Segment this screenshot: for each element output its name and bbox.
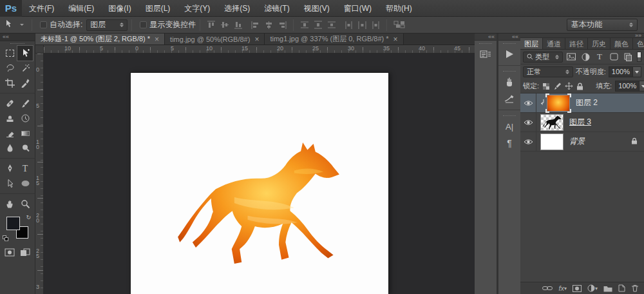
layer-row-layer2[interactable]: 图层 2: [520, 93, 644, 113]
swap-colors-icon[interactable]: ↻: [26, 214, 31, 220]
lock-transparent-pixels-icon[interactable]: [542, 81, 550, 91]
fill-field[interactable]: 100%: [615, 81, 644, 92]
actions-panel-icon[interactable]: [500, 46, 519, 63]
history-brush-tool[interactable]: [17, 111, 33, 126]
canvas[interactable]: [131, 73, 388, 294]
lock-image-pixels-icon[interactable]: [553, 81, 562, 91]
opacity-dropdown-icon[interactable]: [633, 66, 641, 77]
horizontal-ruler[interactable]: 10 5 0 5 10 15 20 25 30 35 40 45: [44, 45, 475, 54]
menu-help[interactable]: 帮助(H): [379, 0, 419, 17]
link-layers-button[interactable]: [542, 286, 553, 291]
align-top-edges-button[interactable]: [205, 20, 216, 30]
menu-image[interactable]: 图像(I): [101, 0, 138, 17]
new-group-button[interactable]: [603, 285, 612, 292]
visibility-toggle[interactable]: [520, 93, 536, 113]
filter-smart-objects-icon[interactable]: [622, 52, 634, 62]
delete-layer-button[interactable]: [631, 284, 639, 292]
tab-history[interactable]: 历史: [588, 38, 611, 49]
layer-name[interactable]: 背景: [569, 136, 585, 147]
align-vertical-centers-button[interactable]: [219, 20, 230, 30]
fill-dropdown-icon[interactable]: [639, 81, 644, 92]
menu-file[interactable]: 文件(F): [22, 0, 61, 17]
layer-row-layer3[interactable]: 图层 3: [520, 113, 644, 132]
tab-layers[interactable]: 图层: [520, 38, 543, 49]
filter-adjustment-layers-icon[interactable]: [580, 52, 591, 62]
brush-tool[interactable]: [17, 96, 33, 111]
crop-tool[interactable]: [2, 75, 17, 90]
rectangular-marquee-tool[interactable]: [2, 46, 17, 61]
menu-view[interactable]: 视图(V): [297, 0, 337, 17]
toolbar-collapse-strip[interactable]: ««: [0, 34, 35, 41]
new-adjustment-layer-button[interactable]: ▾: [587, 284, 598, 292]
ruler-origin-corner[interactable]: [35, 45, 44, 54]
layer-row-background[interactable]: 背景: [520, 132, 644, 152]
layer-thumbnail-horse[interactable]: [540, 114, 564, 131]
panel-expand-strip[interactable]: »»: [520, 34, 644, 38]
auto-select-checkbox[interactable]: [40, 21, 47, 28]
brush-presets-panel-icon[interactable]: [500, 90, 519, 107]
paragraph-panel-icon[interactable]: ¶: [500, 135, 519, 152]
type-tool[interactable]: T: [17, 161, 33, 176]
tab-paths[interactable]: 路径: [565, 38, 588, 49]
align-bottom-edges-button[interactable]: [232, 20, 243, 30]
auto-select-target-dropdown[interactable]: 图层: [86, 19, 128, 31]
align-right-edges-button[interactable]: [277, 20, 288, 30]
document-tab-untitled1[interactable]: 未标题-1 @ 50% (图层 2, RGB/8) * ×: [35, 34, 165, 44]
brush-panel-icon[interactable]: [500, 74, 519, 90]
default-colors-icon[interactable]: [3, 235, 9, 241]
layer-name[interactable]: 图层 3: [569, 117, 591, 128]
tab-channels[interactable]: 通道: [543, 38, 565, 49]
align-left-edges-button[interactable]: [250, 20, 261, 30]
visibility-toggle[interactable]: [520, 113, 536, 132]
workspace-switcher-button[interactable]: 基本功能: [567, 19, 638, 31]
current-tool-button[interactable]: [0, 19, 28, 30]
close-tab-icon[interactable]: ×: [254, 36, 259, 43]
add-layer-mask-button[interactable]: [573, 285, 582, 292]
filter-on-off-toggle[interactable]: [637, 52, 641, 62]
visibility-toggle[interactable]: [520, 132, 536, 152]
move-tool[interactable]: [17, 46, 33, 61]
zoom-tool[interactable]: [17, 197, 33, 211]
toolbar-grip[interactable]: [0, 41, 35, 46]
auto-align-layers-button[interactable]: [392, 20, 406, 30]
lock-all-icon[interactable]: [576, 81, 583, 91]
shape-tool[interactable]: [17, 176, 33, 191]
menu-filter[interactable]: 滤镜(T): [257, 0, 296, 17]
eyedropper-tool[interactable]: [17, 75, 33, 90]
layer-thumbnail-background[interactable]: [540, 133, 564, 150]
tab-color[interactable]: 颜色: [611, 38, 633, 49]
lasso-tool[interactable]: [2, 61, 17, 75]
pen-tool[interactable]: [2, 161, 17, 176]
distribute-bottom-edges-button[interactable]: [326, 20, 337, 30]
history-panel-icon[interactable]: [476, 46, 495, 63]
distribute-horizontal-centers-button[interactable]: [357, 20, 368, 30]
character-panel-icon[interactable]: A|: [500, 118, 519, 135]
distribute-top-edges-button[interactable]: [299, 20, 310, 30]
menu-layer[interactable]: 图层(L): [138, 0, 178, 17]
menu-select[interactable]: 选择(S): [217, 0, 257, 17]
distribute-right-edges-button[interactable]: [370, 20, 381, 30]
hand-tool[interactable]: [2, 197, 17, 211]
document-tab-timg[interactable]: timg.jpg @ 50%(RGB/8#) ×: [165, 34, 265, 44]
filter-type-layers-icon[interactable]: T: [594, 52, 605, 62]
menu-edit[interactable]: 编辑(E): [61, 0, 101, 17]
new-layer-button[interactable]: [618, 284, 625, 292]
align-horizontal-centers-button[interactable]: [263, 20, 274, 30]
opacity-field[interactable]: 100%: [609, 66, 641, 77]
distribute-left-edges-button[interactable]: [343, 20, 354, 30]
blur-tool[interactable]: [2, 141, 17, 155]
lock-position-icon[interactable]: [565, 81, 573, 91]
tab-swatches[interactable]: 色板: [633, 38, 644, 49]
menu-type[interactable]: 文字(Y): [177, 0, 217, 17]
path-selection-tool[interactable]: [2, 176, 17, 191]
blend-mode-dropdown[interactable]: 正常: [523, 66, 573, 77]
filter-shape-layers-icon[interactable]: [608, 52, 620, 62]
vertical-ruler[interactable]: 0 5 10 15 20 25 3: [35, 54, 44, 294]
spot-healing-brush-tool[interactable]: [2, 96, 17, 111]
dodge-tool[interactable]: [17, 141, 33, 155]
close-tab-icon[interactable]: ×: [393, 36, 398, 43]
document-tab-timg1[interactable]: timg1.jpg @ 337% (图层 0, RGB/8#) * ×: [265, 34, 403, 44]
dock-collapse-strip[interactable]: ««: [475, 34, 497, 41]
filter-type-dropdown[interactable]: 类型: [523, 52, 563, 63]
layer-style-button[interactable]: fx▾: [558, 284, 567, 292]
